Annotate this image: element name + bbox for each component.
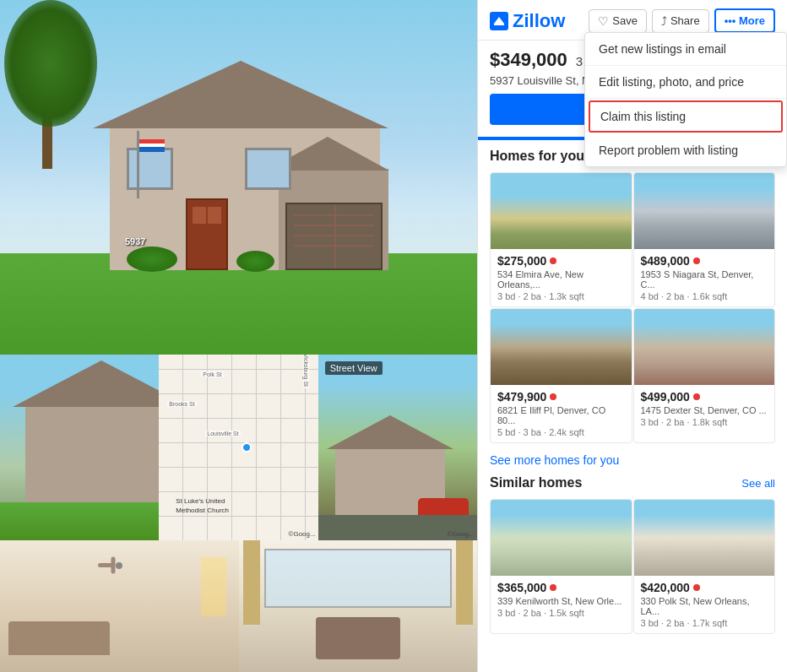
- home-card-3[interactable]: $479,900 6821 E Iliff Pl, Denver, CO 80.…: [490, 308, 632, 443]
- home-card-4[interactable]: $499,000 1475 Dexter St, Denver, CO ... …: [633, 308, 776, 443]
- side-photo[interactable]: [0, 355, 159, 540]
- home-price-1: $275,000: [497, 254, 546, 268]
- google-watermark: ©Goog...: [289, 530, 316, 538]
- bottom-photos: Polk St Brooks St Louisville St Vicksbur…: [0, 355, 477, 540]
- similar-homes-header: Similar homes See all: [478, 475, 787, 499]
- home-address-4: 1475 Dexter St, Denver, CO ...: [641, 405, 768, 415]
- homes-for-you-grid: $275,000 534 Elmira Ave, New Orleans,...…: [478, 172, 787, 452]
- similar-homes-title: Similar homes: [490, 475, 582, 490]
- share-icon: ⤴: [661, 14, 667, 28]
- dropdown-item-report[interactable]: Report problem with listing: [585, 134, 786, 166]
- share-button[interactable]: ⤴ Share: [652, 9, 709, 33]
- home-details-2: 4 bd · 2 ba · 1.6k sqft: [641, 291, 768, 301]
- similar-card-img-1: [491, 500, 632, 576]
- dropdown-menu: Get new listings in email Edit listing, …: [584, 32, 787, 167]
- home-card-info-1: $275,000 534 Elmira Ave, New Orleans,...…: [491, 249, 632, 306]
- home-card-img-4: [634, 309, 775, 385]
- zillow-logo[interactable]: Zillow: [490, 10, 565, 32]
- left-panel: 5937 Polk St Brooks St Louisville St Vic…: [0, 0, 477, 672]
- see-more-link[interactable]: See more homes for you: [478, 452, 787, 475]
- home-card-1[interactable]: $275,000 534 Elmira Ave, New Orleans,...…: [490, 172, 632, 307]
- similar-dot-1: [550, 584, 556, 591]
- home-address-3: 6821 E Iliff Pl, Denver, CO 80...: [497, 405, 625, 425]
- similar-details-2: 3 bd · 2 ba · 1.7k sqft: [641, 618, 768, 628]
- status-dot-2: [693, 257, 700, 264]
- map-pin: [242, 442, 252, 453]
- save-button[interactable]: ♡ Save: [589, 9, 647, 33]
- home-card-img-1: [491, 173, 632, 249]
- interior-photos: [0, 540, 477, 672]
- header-actions: ♡ Save ⤴ Share ••• More: [589, 8, 775, 33]
- map-road-label4: Vicksburg St: [304, 355, 310, 388]
- main-photo[interactable]: 5937: [0, 0, 477, 355]
- similar-address-1: 339 Kenilworth St, New Orle...: [497, 596, 625, 606]
- dropdown-item-edit[interactable]: Edit listing, photo, and price: [585, 66, 786, 99]
- home-card-img-2: [634, 173, 775, 249]
- heart-icon: ♡: [598, 14, 609, 28]
- similar-card-img-2: [634, 500, 775, 576]
- zillow-logo-text: Zillow: [513, 10, 565, 32]
- home-details-1: 3 bd · 2 ba · 1.3k sqft: [497, 291, 625, 301]
- home-card-info-4: $499,000 1475 Dexter St, Denver, CO ... …: [634, 385, 775, 432]
- street-view-photo[interactable]: Street View ©Goog...: [318, 355, 477, 540]
- similar-card-2[interactable]: $420,000 330 Polk St, New Orleans, LA...…: [633, 499, 776, 634]
- similar-details-1: 3 bd · 2 ba · 1.5k sqft: [497, 608, 625, 618]
- home-details-3: 5 bd · 3 ba · 2.4k sqft: [497, 427, 625, 437]
- dropdown-item-email[interactable]: Get new listings in email: [585, 33, 786, 66]
- home-price-4: $499,000: [641, 390, 690, 404]
- dropdown-item-claim[interactable]: Claim this listing: [589, 100, 783, 133]
- right-panel: Zillow ♡ Save ⤴ Share ••• More Get new l…: [477, 0, 787, 672]
- similar-card-info-1: $365,000 339 Kenilworth St, New Orle... …: [491, 576, 632, 623]
- similar-card-1[interactable]: $365,000 339 Kenilworth St, New Orle... …: [490, 499, 632, 634]
- similar-homes-grid: $365,000 339 Kenilworth St, New Orle... …: [478, 499, 787, 651]
- map-photo[interactable]: Polk St Brooks St Louisville St Vicksbur…: [159, 355, 318, 540]
- home-price-3: $479,900: [497, 390, 546, 404]
- status-dot-3: [550, 393, 556, 400]
- street-view-label: Street View: [325, 361, 383, 375]
- zillow-z-icon: [490, 12, 508, 30]
- home-address-2: 1953 S Niagara St, Denver, C...: [641, 269, 768, 290]
- map-road-label: Polk St: [201, 371, 223, 377]
- more-dots-icon: •••: [725, 14, 736, 27]
- similar-card-info-2: $420,000 330 Polk St, New Orleans, LA...…: [634, 576, 775, 633]
- property-price: $349,000: [490, 49, 567, 71]
- status-dot-1: [550, 257, 556, 264]
- home-address-1: 534 Elmira Ave, New Orleans,...: [497, 269, 625, 290]
- similar-price-1: $365,000: [497, 581, 546, 594]
- status-dot-4: [693, 393, 700, 400]
- interior-photo-1[interactable]: [0, 540, 239, 672]
- map-church-label: St Luke's UnitedMethodist Church: [176, 497, 229, 515]
- street-view-google: ©Goog...: [448, 530, 475, 538]
- similar-address-2: 330 Polk St, New Orleans, LA...: [641, 596, 768, 616]
- home-card-2[interactable]: $489,000 1953 S Niagara St, Denver, C...…: [633, 172, 776, 307]
- map-road-label2: Brooks St: [167, 401, 196, 407]
- more-button[interactable]: ••• More: [714, 8, 775, 33]
- home-card-img-3: [491, 309, 632, 385]
- map-road-label3: Louisville St: [205, 431, 240, 436]
- see-all-link[interactable]: See all: [741, 477, 775, 490]
- home-details-4: 3 bd · 2 ba · 1.8k sqft: [641, 417, 768, 427]
- home-card-info-2: $489,000 1953 S Niagara St, Denver, C...…: [634, 249, 775, 306]
- similar-dot-2: [693, 584, 700, 591]
- home-price-2: $489,000: [641, 254, 690, 268]
- home-card-info-3: $479,900 6821 E Iliff Pl, Denver, CO 80.…: [491, 385, 632, 442]
- similar-price-2: $420,000: [641, 581, 690, 594]
- interior-photo-2[interactable]: [239, 540, 478, 672]
- header: Zillow ♡ Save ⤴ Share ••• More Get new l…: [478, 0, 787, 41]
